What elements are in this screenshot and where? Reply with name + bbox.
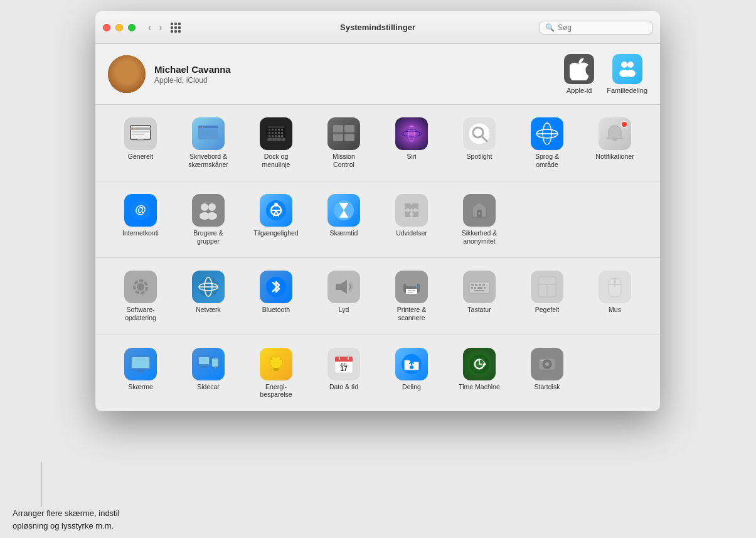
svg-rect-5 — [178, 26, 181, 29]
family-label: Familiedeling — [607, 87, 647, 94]
pegefelt-item[interactable]: Pegefelt — [514, 267, 580, 325]
sikkerhed-icon — [463, 194, 496, 227]
family-sharing-button[interactable]: Familiedeling — [607, 54, 647, 94]
dato-icon: 17 JUL — [327, 348, 360, 380]
svg-rect-117 — [479, 284, 481, 286]
svg-rect-41 — [272, 129, 274, 131]
sidecar-item[interactable]: Sidecar — [176, 344, 241, 402]
svg-point-98 — [479, 213, 481, 215]
printere-item[interactable]: Printere & scannere — [379, 267, 444, 325]
svg-rect-106 — [336, 284, 341, 290]
skrivebord-item[interactable]: Skrivebord & skærmskåner — [176, 114, 241, 172]
sidecar-label: Sidecar — [197, 383, 220, 391]
svg-rect-120 — [474, 287, 476, 289]
startdisk-label: Startdisk — [535, 383, 560, 391]
svg-rect-57 — [333, 134, 343, 141]
notif-item[interactable]: Notifikationer — [582, 114, 647, 172]
bluetooth-item[interactable]: Bluetooth — [243, 267, 309, 325]
siri-icon — [395, 117, 428, 150]
row4-section: Skærme — [95, 335, 660, 411]
svg-rect-51 — [272, 135, 274, 137]
spotlight-item[interactable]: Spotlight — [447, 114, 512, 172]
sprog-label: Sprog & område — [524, 153, 570, 168]
notif-badge — [620, 121, 628, 128]
software-item[interactable]: Software-opdatering — [108, 267, 173, 325]
mission-label: Mission Control — [321, 153, 366, 168]
pegefelt-label: Pegefelt — [535, 306, 560, 314]
energi-item[interactable]: Energi­besparelse — [243, 344, 309, 402]
svg-point-166 — [546, 363, 548, 365]
startdisk-item[interactable]: Startdisk — [514, 344, 580, 402]
sidecar-icon — [192, 348, 225, 380]
siri-item[interactable]: Siri — [379, 114, 444, 172]
svg-point-71 — [612, 138, 617, 141]
energi-icon — [260, 348, 292, 380]
internetkonti-label: Internetkonti — [122, 229, 159, 237]
brugere-item[interactable]: Brugere & grupper — [176, 190, 241, 249]
bluetooth-label: Bluetooth — [262, 306, 290, 314]
close-button[interactable] — [103, 24, 110, 31]
window-title: Systemindstillinger — [340, 23, 415, 32]
udvidelser-icon — [395, 194, 428, 227]
svg-rect-21 — [134, 127, 136, 129]
svg-rect-32 — [205, 127, 206, 128]
apple-id-button[interactable]: Apple-id — [564, 54, 594, 94]
search-input[interactable] — [558, 23, 647, 32]
sikkerhed-item[interactable]: Sikkerhed & anonymitet — [447, 190, 512, 249]
skaerme-label: Skærme — [128, 383, 153, 391]
svg-rect-132 — [138, 370, 143, 372]
internetkonti-item[interactable]: @ Internetkonti — [108, 190, 173, 249]
sprog-icon — [531, 117, 563, 150]
mission-item[interactable]: Mission Control — [311, 114, 376, 172]
svg-rect-58 — [344, 134, 354, 141]
dock-label: Dock og menulinje — [253, 153, 299, 168]
generelt-item[interactable]: Generelt — [108, 114, 173, 172]
forward-button[interactable]: › — [156, 21, 164, 35]
tastatur-icon — [463, 271, 496, 303]
svg-rect-53 — [278, 135, 280, 137]
mus-item[interactable]: Mus — [582, 267, 647, 325]
sprog-item[interactable]: Sprog & område — [514, 114, 580, 172]
maximize-button[interactable] — [128, 24, 136, 31]
svg-rect-167 — [541, 360, 543, 362]
svg-rect-135 — [199, 357, 209, 364]
svg-rect-30 — [200, 127, 201, 128]
spotlight-icon — [463, 117, 496, 150]
skaermtid-item[interactable]: Skærmtid — [311, 190, 376, 249]
tastatur-item[interactable]: Tastatur — [447, 267, 512, 325]
svg-point-140 — [215, 367, 216, 369]
dato-item[interactable]: 17 JUL Dato & tid — [311, 344, 376, 402]
svg-rect-0 — [171, 23, 173, 25]
svg-rect-110 — [406, 289, 417, 294]
deling-item[interactable]: Deling — [379, 344, 444, 402]
row2-section: @ Internetkonti Brugere & gru — [95, 181, 660, 258]
svg-rect-6 — [171, 30, 173, 33]
timemachine-item[interactable]: Time Machine — [447, 344, 512, 402]
svg-rect-136 — [201, 366, 206, 367]
svg-point-12 — [123, 69, 125, 72]
search-bar[interactable]: 🔍 — [540, 21, 652, 35]
skrivebord-label: Skrivebord & skærmskåner — [186, 153, 231, 168]
row3-grid: Software-opdatering Netværk — [108, 267, 647, 325]
svg-rect-122 — [484, 287, 486, 289]
apple-id-label: Apple-id — [567, 87, 592, 94]
timemachine-icon — [463, 348, 496, 380]
dato-label: Dato & tid — [329, 383, 358, 391]
row2-grid: @ Internetkonti Brugere & gru — [108, 190, 647, 249]
svg-rect-37 — [277, 138, 280, 141]
svg-point-13 — [128, 69, 130, 72]
svg-rect-20 — [132, 127, 133, 129]
minimize-button[interactable] — [115, 24, 123, 31]
back-button[interactable]: ‹ — [146, 21, 154, 35]
netvaerk-item[interactable]: Netværk — [176, 267, 241, 325]
svg-rect-121 — [477, 287, 482, 289]
lyd-item[interactable]: Lyd — [311, 267, 376, 325]
sikkerhed-label: Sikkerhed & anonymitet — [457, 229, 502, 245]
grid-view-button[interactable] — [170, 22, 181, 33]
skaerme-item[interactable]: Skærme — [108, 344, 173, 402]
udvidelser-item[interactable]: Udvidelser — [379, 190, 444, 249]
svg-rect-42 — [275, 129, 277, 131]
dock-item[interactable]: Dock og menulinje — [243, 114, 309, 172]
tilgaenge-item[interactable]: Tilgænge­lighed — [243, 190, 309, 249]
netvaerk-icon — [192, 271, 225, 303]
